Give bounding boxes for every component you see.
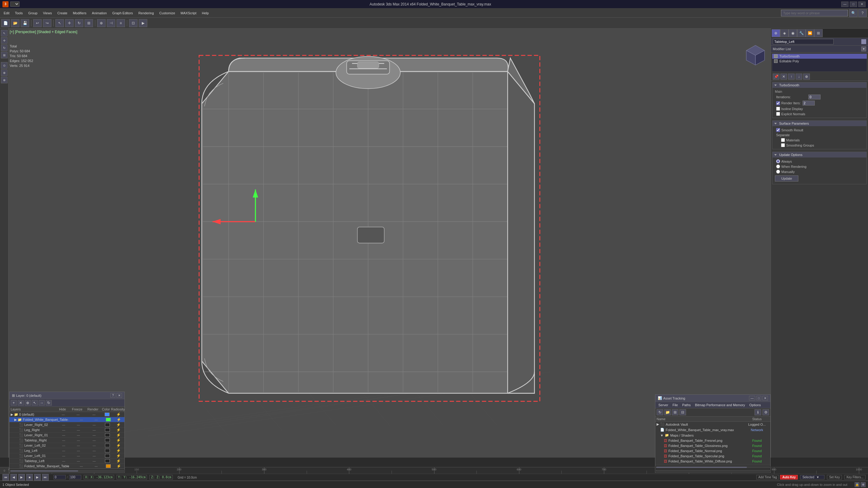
frame-end-input[interactable] xyxy=(69,475,81,480)
autokey-button[interactable]: Auto Key xyxy=(780,475,798,480)
layer-hide-lr01[interactable]: — xyxy=(57,433,70,437)
isoline-checkbox[interactable] xyxy=(776,107,780,111)
move-button[interactable]: ✛ xyxy=(65,19,74,27)
asset-folder-button[interactable]: 📁 xyxy=(664,409,671,415)
mirror-button[interactable]: ⊣ xyxy=(107,19,115,27)
layer-hide-0[interactable]: — xyxy=(56,413,70,416)
asset-scroll-thumb-h[interactable] xyxy=(656,467,747,468)
smooth-result-checkbox[interactable] xyxy=(776,128,780,132)
layer-hide-tl[interactable]: — xyxy=(57,459,70,463)
asset-scroll-track-h2[interactable] xyxy=(656,470,770,471)
layer-freeze-tr[interactable]: — xyxy=(70,439,86,442)
layer-scrollbar[interactable] xyxy=(9,469,124,473)
layer-freeze-ll02[interactable]: — xyxy=(70,444,86,447)
layer-hide-ft[interactable]: — xyxy=(61,464,74,468)
asset-minimize-button[interactable]: — xyxy=(749,396,755,400)
modifier-list-dropdown[interactable]: ▼ xyxy=(861,46,866,52)
layer-hide-legright[interactable]: — xyxy=(57,428,70,432)
layer-render-lr01[interactable]: — xyxy=(86,433,102,437)
layer-hide-lr02[interactable]: — xyxy=(57,423,70,427)
lock-icon[interactable]: 🔒 xyxy=(855,482,860,487)
minimize-button[interactable]: — xyxy=(841,2,848,7)
left-tool-2[interactable]: ✛ xyxy=(1,37,8,44)
layer-row-default[interactable]: ▶ 📁 0 (default) — — — ⚡ xyxy=(9,412,124,417)
update-options-header[interactable]: Update Options xyxy=(772,152,866,158)
layer-freeze-ft[interactable]: — xyxy=(74,464,89,468)
play-button[interactable]: ▶ xyxy=(18,474,25,481)
menu-views[interactable]: Views xyxy=(40,10,54,16)
menu-animation[interactable]: Animation xyxy=(89,10,109,16)
mod-copy-button[interactable]: ⊕ xyxy=(803,73,810,80)
asset-row-vault[interactable]: ▶ ⬛ Autodesk Vault Logged O... xyxy=(655,422,770,427)
asset-row-fresnel[interactable]: 🖼 Folded_Banquet_Table_Fresnel.png Found xyxy=(655,438,770,443)
left-tool-7[interactable]: ⊗ xyxy=(1,77,8,83)
menu-tools[interactable]: Tools xyxy=(12,10,25,16)
layer-delete-button[interactable]: ✕ xyxy=(18,400,24,405)
layer-close-button[interactable]: ✕ xyxy=(117,393,122,398)
asset-menu-paths[interactable]: Paths xyxy=(680,402,692,408)
render-button[interactable]: ▶ xyxy=(139,19,147,27)
help-button[interactable]: ? xyxy=(858,9,867,17)
layer-freeze-legright[interactable]: — xyxy=(70,428,86,432)
modifier-editablepoly[interactable]: Editable Poly xyxy=(772,59,867,64)
layer-color-folded[interactable] xyxy=(103,418,113,421)
menu-edit[interactable]: Edit xyxy=(1,10,12,16)
layer-hide-ll02[interactable]: — xyxy=(57,444,70,447)
layer-freeze-ll01[interactable]: — xyxy=(70,454,86,458)
layer-render-legright[interactable]: — xyxy=(86,428,102,432)
asset-expand-button[interactable]: ⊞ xyxy=(672,409,678,415)
layer-color-0[interactable] xyxy=(102,413,112,416)
select-button[interactable]: ↖ xyxy=(55,19,64,27)
layer-render-tl[interactable]: — xyxy=(86,459,102,463)
go-end-button[interactable]: ⏭ xyxy=(42,474,49,481)
layer-render-lr02[interactable]: — xyxy=(86,423,102,427)
layer-freeze-tl[interactable]: — xyxy=(70,459,86,463)
prev-frame-button[interactable]: ◀ xyxy=(10,474,17,481)
layer-render-tr[interactable]: — xyxy=(86,439,102,442)
asset-menu-bitmap[interactable]: Bitmap Performance and Memory xyxy=(693,402,747,408)
undo-button[interactable]: ↩ xyxy=(33,19,42,27)
search-input[interactable] xyxy=(781,10,848,17)
layer-row-lever-left-01[interactable]: ⬛ Lever_Left_01 — — — ⚡ xyxy=(9,453,124,458)
layer-add-object-button[interactable]: ⊕ xyxy=(25,400,31,405)
layer-row-tabletop-left[interactable]: ⬛ Tabletop_Left — — — ⚡ xyxy=(9,458,124,464)
redo-button[interactable]: ↪ xyxy=(43,19,52,27)
snap-button[interactable]: ⊕ xyxy=(97,19,105,27)
layer-scroll-track[interactable] xyxy=(10,470,124,472)
asset-menu-options[interactable]: Options xyxy=(747,402,763,408)
update-button[interactable]: Update xyxy=(775,175,798,182)
manually-radio[interactable] xyxy=(776,170,780,174)
stop-button[interactable]: ■ xyxy=(26,474,33,481)
turbosmooth-header[interactable]: TurboSmooth xyxy=(772,83,866,88)
workspace-dropdown[interactable]: Workspace: Default xyxy=(10,2,20,7)
layer-row-leg-right[interactable]: ⬛ Leg_Right — — — ⚡ xyxy=(9,427,124,433)
layer-new-button[interactable]: + xyxy=(11,400,17,405)
layer-render-ll02[interactable]: — xyxy=(86,444,102,447)
layer-color-legleft[interactable] xyxy=(102,449,113,452)
layer-color-ll02[interactable] xyxy=(102,444,113,447)
layer-freeze-lr01[interactable]: — xyxy=(70,433,86,437)
left-tool-6[interactable]: ⊕ xyxy=(1,69,8,76)
explicit-normals-checkbox[interactable] xyxy=(776,112,780,116)
asset-menu-file[interactable]: File xyxy=(671,402,680,408)
snap-icon[interactable]: ⊕ xyxy=(861,482,866,487)
asset-row-maps-folder[interactable]: ▼ 📁 Maps / Shaders xyxy=(655,433,770,438)
mod-down-button[interactable]: ↓ xyxy=(796,73,802,80)
search-button[interactable]: 🔍 xyxy=(849,9,858,17)
object-color-swatch[interactable] xyxy=(861,39,866,44)
layer-render-ft[interactable]: — xyxy=(89,464,104,468)
object-name-input[interactable] xyxy=(773,39,834,44)
layer-row-folded-table[interactable]: ⬛ Folded_White_Banquet_Table — — — ⚡ xyxy=(9,464,124,469)
layer-render-folded[interactable]: — xyxy=(89,418,104,421)
mod-up-button[interactable]: ↑ xyxy=(788,73,795,80)
asset-restore-button[interactable]: □ xyxy=(756,396,761,400)
always-radio[interactable] xyxy=(776,159,780,163)
layer-color-lr02[interactable] xyxy=(102,423,113,427)
layer-hide-ll01[interactable]: — xyxy=(57,454,70,458)
layer-render-legleft[interactable]: — xyxy=(86,449,102,452)
layer-row-tabletop-right[interactable]: ⬛ Tabletop_Right — — — ⚡ xyxy=(9,438,124,443)
asset-row-specular[interactable]: 🖼 Folded_Banquet_Table_Specular.png Foun… xyxy=(655,454,770,459)
layer-color-ll01[interactable] xyxy=(102,454,113,458)
close-button[interactable]: ✕ xyxy=(858,2,866,7)
nav-cube[interactable] xyxy=(743,44,768,68)
